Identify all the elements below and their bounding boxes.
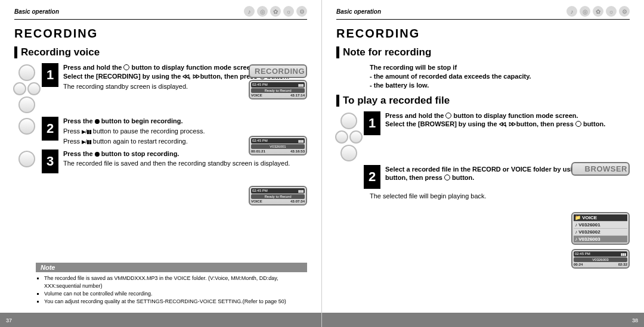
step-sub: The selected file will begin playing bac… bbox=[370, 192, 630, 200]
page-left: Basic operation ♪ ◎ ✿ ☼ ⚙ RECORDING Reco… bbox=[0, 0, 322, 327]
screen-thumbnail-recording-active: 02:45 PM▮▮▮ V0326001 00:01:2143:16:53 bbox=[249, 136, 307, 155]
screen-thumbnail-playback: 02:45 PM▮▮▮ V0326003 00:2402:32 bbox=[571, 249, 630, 269]
dpad-button bbox=[340, 145, 357, 161]
dpad-button bbox=[18, 64, 35, 81]
step-number: 2 bbox=[42, 117, 58, 141]
screen-thumbnail-ready: 02:45 PM▮▮▮ Ready to Record VOICE43:07:3… bbox=[249, 186, 307, 205]
header-rule bbox=[14, 19, 307, 20]
section-heading: Note for recording bbox=[336, 46, 630, 58]
settings-mode-icon: ⚙ bbox=[619, 6, 630, 17]
center-select-icon bbox=[444, 175, 450, 180]
step-number: 3 bbox=[42, 150, 58, 173]
footer-bar bbox=[0, 313, 321, 327]
browser-mode-icon: ☼ bbox=[606, 6, 617, 17]
center-select-icon bbox=[445, 113, 451, 119]
settings-mode-icon: ⚙ bbox=[296, 6, 307, 17]
step-body: Press and hold the button to display fun… bbox=[385, 111, 630, 129]
prev-track-icon: ᐊᐊ bbox=[499, 122, 505, 127]
note-title: Note bbox=[36, 263, 307, 272]
prev-track-icon: ᐊᐊ bbox=[182, 74, 188, 80]
record-dot-icon bbox=[95, 119, 100, 124]
note-box: Note The recorded file is saved as VMMDD… bbox=[36, 263, 307, 306]
record-mode-icon: ✿ bbox=[270, 6, 281, 17]
control-dpad bbox=[14, 151, 39, 167]
step-number: 2 bbox=[364, 165, 380, 189]
note-item: You can adjust recording quality at the … bbox=[44, 298, 307, 305]
mode-icon-strip: ♪ ◎ ✿ ☼ ⚙ bbox=[566, 6, 630, 17]
header-rule bbox=[336, 19, 630, 20]
control-dpad bbox=[14, 64, 39, 113]
center-select-icon bbox=[575, 121, 581, 127]
note-item: The recorded file is saved as VMMDDXXX.M… bbox=[44, 275, 307, 289]
header-row: Basic operation ♪ ◎ ✿ ☼ ⚙ bbox=[14, 5, 307, 18]
warning-block: The recording will be stop if - the amou… bbox=[370, 63, 630, 90]
screen-thumbnail-browser: BROWSER bbox=[571, 162, 630, 176]
dpad-button bbox=[340, 113, 357, 129]
breadcrumb: Basic operation bbox=[336, 8, 381, 15]
dpad-button bbox=[13, 82, 26, 95]
note-list: The recorded file is saved as VMMDDXXX.M… bbox=[36, 272, 307, 305]
dpad-button bbox=[27, 82, 41, 95]
music-mode-icon: ♪ bbox=[566, 6, 577, 17]
step-1: 1 Press and hold the button to display f… bbox=[336, 111, 630, 161]
page-right: Basic operation ♪ ◎ ✿ ☼ ⚙ RECORDING Note… bbox=[322, 0, 644, 327]
section-heading: To play a recorded file bbox=[336, 95, 630, 107]
screen-thumbnail-recording: RECORDING 02:45 PM▮▮▮ Ready to Record VO… bbox=[249, 64, 307, 99]
screen-thumbnail-filelist: 📁 VOICE ♪ V0326001 ♪ V0326002 ♪ V0326003 bbox=[571, 212, 630, 245]
browser-mode-icon: ☼ bbox=[283, 6, 294, 17]
fm-mode-icon: ◎ bbox=[580, 6, 590, 17]
play-pause-icon: ▶/▮▮ bbox=[82, 129, 91, 135]
record-dot-icon bbox=[95, 152, 100, 157]
header-row: Basic operation ♪ ◎ ✿ ☼ ⚙ bbox=[336, 5, 630, 18]
note-item: Volume can not be controlled while recor… bbox=[44, 290, 307, 297]
page-number: 37 bbox=[6, 317, 12, 323]
page-number: 38 bbox=[632, 317, 638, 323]
dpad-button bbox=[18, 96, 35, 113]
center-select-icon bbox=[123, 64, 129, 70]
section-heading: Recording voice bbox=[14, 46, 307, 58]
next-track-icon: ᐅᐅ bbox=[193, 74, 199, 80]
footer-bar bbox=[322, 313, 644, 327]
page-title: RECORDING bbox=[336, 27, 630, 41]
fm-mode-icon: ◎ bbox=[257, 6, 268, 17]
control-dpad bbox=[336, 113, 361, 161]
dpad-button bbox=[18, 151, 35, 167]
step-number: 1 bbox=[364, 111, 380, 135]
dpad-button bbox=[349, 130, 363, 144]
next-track-icon: ᐅᐅ bbox=[509, 122, 515, 127]
record-mode-icon: ✿ bbox=[593, 6, 603, 17]
page-title: RECORDING bbox=[14, 27, 307, 41]
dpad-button bbox=[335, 130, 348, 144]
dpad-button bbox=[18, 118, 35, 135]
play-pause-icon: ▶/▮▮ bbox=[82, 139, 91, 145]
breadcrumb: Basic operation bbox=[14, 8, 59, 15]
control-dpad bbox=[14, 118, 39, 135]
music-mode-icon: ♪ bbox=[244, 6, 255, 17]
mode-icon-strip: ♪ ◎ ✿ ☼ ⚙ bbox=[244, 6, 307, 17]
step-number: 1 bbox=[42, 63, 58, 87]
manual-spread: Basic operation ♪ ◎ ✿ ☼ ⚙ RECORDING Reco… bbox=[0, 0, 644, 327]
